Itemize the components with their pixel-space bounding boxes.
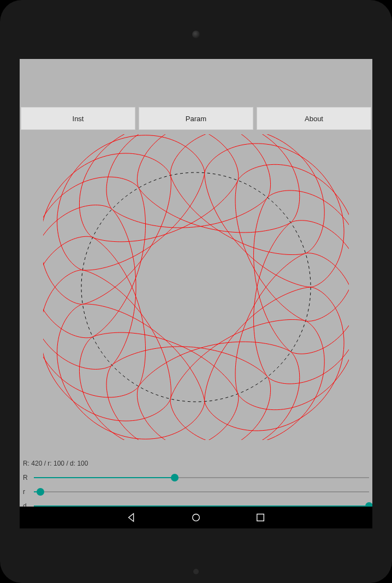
home-indicator bbox=[193, 569, 199, 574]
param-readout: R: 420 / r: 100 / d: 100 bbox=[23, 460, 369, 467]
nav-recent-icon[interactable] bbox=[256, 513, 265, 522]
front-camera bbox=[192, 31, 200, 38]
svg-rect-2 bbox=[257, 514, 264, 521]
tab-bar: Inst Param About bbox=[20, 107, 372, 130]
svg-point-0 bbox=[81, 172, 311, 402]
tab-inst[interactable]: Inst bbox=[21, 107, 135, 130]
svg-point-1 bbox=[193, 514, 200, 521]
slider-row-r: r bbox=[23, 485, 369, 499]
spirograph-svg bbox=[43, 134, 349, 440]
drawing-canvas bbox=[20, 130, 372, 457]
tablet-frame: Inst Param About R: 420 / r: 100 / d: 10… bbox=[0, 0, 392, 583]
slider-label-r: r bbox=[23, 488, 31, 496]
slider-r[interactable] bbox=[34, 486, 369, 497]
slider-row-R: R bbox=[23, 471, 369, 485]
tab-param[interactable]: Param bbox=[139, 107, 253, 130]
tab-about[interactable]: About bbox=[257, 107, 371, 130]
android-navbar bbox=[20, 507, 372, 528]
slider-label-R: R bbox=[23, 474, 31, 481]
nav-back-icon[interactable] bbox=[127, 513, 136, 522]
app-screen: Inst Param About R: 420 / r: 100 / d: 10… bbox=[20, 59, 372, 528]
nav-home-icon[interactable] bbox=[191, 513, 201, 522]
slider-R[interactable] bbox=[34, 472, 369, 483]
top-spacer bbox=[20, 59, 372, 107]
